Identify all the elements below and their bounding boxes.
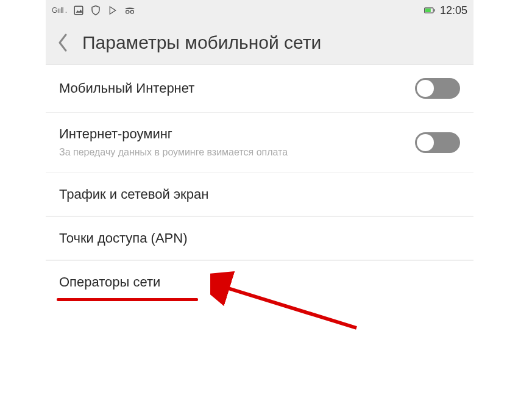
incognito-icon [124, 5, 135, 16]
back-button[interactable] [54, 30, 71, 55]
picture-icon [73, 5, 84, 16]
signal-text: Gııll . [52, 6, 67, 15]
battery-icon [424, 5, 435, 16]
page-title: Параметры мобильной сети [82, 32, 321, 53]
row-traffic[interactable]: Трафик и сетевой экран [46, 173, 473, 216]
play-icon [107, 5, 118, 16]
underline-annotation [57, 298, 198, 301]
svg-rect-0 [74, 6, 83, 15]
svg-rect-9 [425, 9, 431, 12]
svg-marker-1 [76, 10, 82, 13]
clock-text: 12:05 [440, 4, 467, 17]
row-label: Точки доступа (APN) [59, 230, 188, 246]
row-mobile-internet[interactable]: Мобильный Интернет [46, 65, 473, 113]
row-label: Операторы сети [59, 274, 160, 290]
svg-point-4 [126, 10, 129, 13]
header: Параметры мобильной сети [46, 21, 473, 65]
row-subtext: За передачу данных в роуминге взимается … [59, 146, 288, 159]
row-apn[interactable]: Точки доступа (APN) [46, 216, 473, 260]
toggle-mobile-internet[interactable] [415, 78, 460, 99]
row-roaming[interactable]: Интернет-роуминг За передачу данных в ро… [46, 113, 473, 173]
svg-point-3 [125, 8, 134, 10]
svg-line-11 [222, 286, 356, 328]
row-label: Мобильный Интернет [59, 80, 194, 96]
row-label: Интернет-роуминг [59, 126, 288, 142]
row-label: Трафик и сетевой экран [59, 187, 208, 202]
status-left: Gııll . [52, 5, 135, 16]
status-right: 12:05 [424, 4, 467, 17]
svg-marker-2 [110, 7, 115, 14]
svg-rect-8 [434, 9, 435, 12]
svg-point-5 [130, 10, 133, 13]
arrow-annotation [210, 261, 369, 334]
toggle-roaming[interactable] [415, 132, 460, 153]
status-bar: Gııll . 12:05 [46, 0, 473, 21]
shield-icon [90, 5, 101, 16]
